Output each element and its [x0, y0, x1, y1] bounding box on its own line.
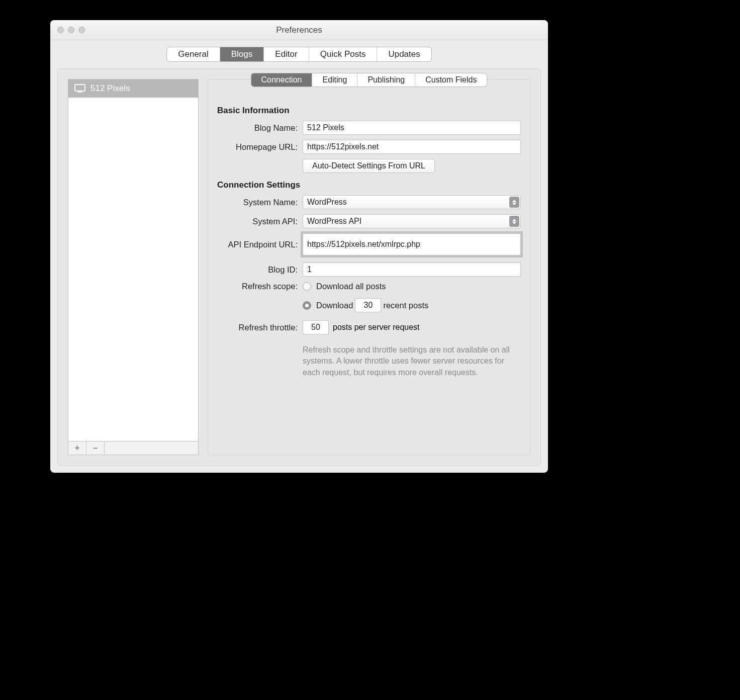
scope-recent-prefix: Download	[316, 301, 353, 310]
tab-general[interactable]: General	[167, 47, 220, 61]
blog-settings-pane: Connection Editing Publishing Custom Fie…	[208, 79, 530, 455]
system-name-value: WordPress	[307, 198, 347, 207]
connection-settings-header: Connection Settings	[217, 180, 521, 190]
blog-subtabs: Connection Editing Publishing Custom Fie…	[251, 73, 487, 86]
add-blog-button[interactable]: +	[68, 442, 86, 455]
blog-id-label: Blog ID:	[217, 265, 303, 275]
homepage-url-input[interactable]	[303, 140, 521, 154]
blog-id-input[interactable]	[303, 262, 521, 277]
main-tabbar: General Blogs Editor Quick Posts Updates	[167, 47, 431, 61]
refresh-scope-label: Refresh scope:	[217, 282, 303, 291]
zoom-window-button[interactable]	[78, 27, 85, 33]
recent-count-input[interactable]	[355, 298, 381, 312]
main-area: 512 Pixels + − Connection Editing Publis…	[57, 68, 541, 466]
popup-arrows-icon	[509, 216, 519, 227]
homepage-url-label: Homepage URL:	[217, 142, 303, 152]
scope-all-radio[interactable]	[303, 282, 311, 291]
scope-recent-radio[interactable]	[303, 301, 311, 310]
scope-recent-suffix: recent posts	[383, 301, 428, 310]
subtab-editing[interactable]: Editing	[312, 73, 357, 86]
basic-info-header: Basic Information	[217, 106, 521, 116]
api-endpoint-input[interactable]	[303, 233, 521, 255]
window-body: General Blogs Editor Quick Posts Updates…	[50, 40, 548, 473]
blogs-list: 512 Pixels	[68, 79, 199, 441]
svg-rect-0	[75, 84, 85, 91]
blog-list-item[interactable]: 512 Pixels	[68, 79, 198, 98]
system-name-popup[interactable]: WordPress	[303, 195, 521, 209]
scope-all-label: Download all posts	[316, 282, 386, 291]
window-controls	[50, 27, 85, 33]
autodetect-button[interactable]: Auto-Detect Settings From URL	[303, 159, 435, 173]
connection-form: Basic Information Blog Name: Homepage UR…	[208, 93, 530, 392]
popup-arrows-icon	[509, 197, 519, 208]
monitor-icon	[74, 84, 85, 93]
throttle-count-input[interactable]	[303, 320, 329, 334]
refresh-throttle-label: Refresh throttle:	[217, 323, 303, 332]
blogs-list-buttons: + −	[68, 441, 199, 455]
subtab-publishing[interactable]: Publishing	[357, 73, 415, 86]
blog-name-label: Blog Name:	[217, 123, 303, 133]
throttle-suffix: posts per server request	[333, 323, 420, 332]
blogs-sidebar: 512 Pixels + −	[68, 79, 199, 455]
tab-editor[interactable]: Editor	[264, 47, 309, 61]
blog-name-input[interactable]	[303, 121, 521, 135]
preferences-window: Preferences General Blogs Editor Quick P…	[50, 20, 548, 473]
titlebar: Preferences	[50, 20, 548, 40]
tab-updates[interactable]: Updates	[377, 47, 431, 61]
api-endpoint-label: API Endpoint URL:	[217, 240, 303, 249]
system-api-popup[interactable]: WordPress API	[303, 214, 521, 228]
blog-list-item-label: 512 Pixels	[90, 83, 130, 94]
svg-rect-1	[78, 92, 82, 93]
tab-blogs[interactable]: Blogs	[220, 47, 264, 61]
window-title: Preferences	[50, 25, 548, 35]
minimize-window-button[interactable]	[68, 27, 74, 33]
blogs-list-spacer	[105, 442, 198, 455]
system-name-label: System Name:	[217, 198, 303, 207]
subtab-connection[interactable]: Connection	[251, 73, 313, 86]
tab-quick-posts[interactable]: Quick Posts	[309, 47, 378, 61]
refresh-help-text: Refresh scope and throttle settings are …	[303, 344, 521, 378]
close-window-button[interactable]	[57, 27, 64, 33]
system-api-value: WordPress API	[307, 217, 361, 226]
remove-blog-button[interactable]: −	[86, 442, 105, 455]
system-api-label: System API:	[217, 217, 303, 226]
subtab-custom-fields[interactable]: Custom Fields	[415, 73, 487, 86]
